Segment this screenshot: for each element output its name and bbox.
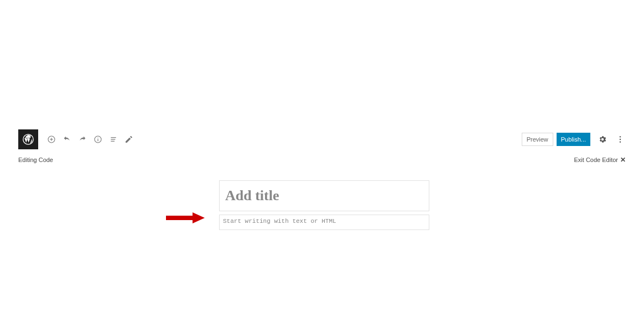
exit-code-editor-button[interactable]: Exit Code Editor ✕: [574, 156, 626, 164]
svg-point-11: [620, 139, 621, 140]
post-title-input[interactable]: [225, 187, 423, 204]
exit-code-editor-label: Exit Code Editor: [574, 156, 618, 163]
list-icon: [109, 135, 118, 144]
info-icon: [94, 135, 102, 144]
svg-point-10: [620, 136, 621, 137]
close-icon: ✕: [620, 156, 626, 164]
settings-button[interactable]: [597, 134, 608, 145]
svg-point-12: [620, 141, 621, 142]
wordpress-icon: [22, 133, 34, 145]
redo-icon: [78, 135, 87, 144]
title-field-wrapper: [219, 180, 429, 211]
arrow-right-icon: [166, 212, 205, 223]
post-body-textarea[interactable]: [223, 217, 425, 225]
svg-marker-14: [193, 212, 205, 223]
gear-icon: [598, 135, 607, 144]
publish-button[interactable]: Publish...: [557, 133, 590, 146]
undo-button[interactable]: [63, 135, 71, 144]
info-button[interactable]: [94, 135, 102, 144]
svg-rect-13: [166, 216, 193, 220]
body-field-wrapper: [219, 215, 429, 230]
edit-button[interactable]: [124, 135, 133, 144]
undo-icon: [63, 135, 71, 144]
add-block-button[interactable]: [47, 135, 56, 144]
kebab-icon: [616, 135, 625, 144]
wordpress-logo[interactable]: [18, 129, 38, 149]
annotation-arrow: [166, 212, 205, 223]
more-button[interactable]: [615, 134, 626, 145]
plus-circle-icon: [47, 135, 56, 144]
outline-button[interactable]: [109, 135, 118, 144]
pencil-icon: [124, 135, 133, 144]
editing-mode-label: Editing Code: [18, 156, 53, 163]
preview-button[interactable]: Preview: [522, 133, 553, 146]
svg-point-6: [97, 138, 98, 138]
redo-button[interactable]: [78, 135, 87, 144]
